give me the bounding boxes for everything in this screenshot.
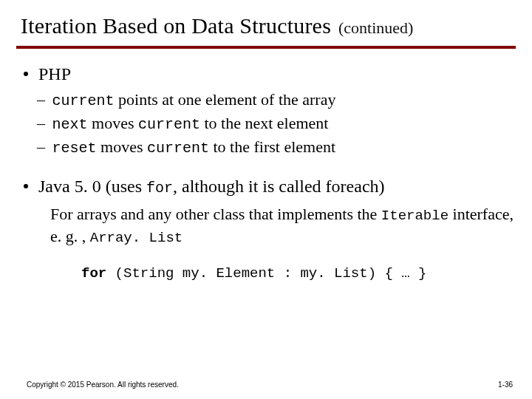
slide-content: PHP – current points at one element of t… (16, 62, 516, 284)
slide-footer: Copyright © 2015 Pearson. All rights res… (27, 381, 513, 389)
java-description: For arrays and any other class that impl… (50, 203, 516, 248)
java-desc1: For arrays and any other class that impl… (50, 205, 381, 223)
php-item-1-text1: moves (88, 114, 138, 132)
dash: – (37, 137, 50, 156)
page-number: 1-36 (498, 381, 513, 389)
code-for: for (146, 180, 173, 197)
java-heading: Java 5. 0 (uses for, although it is call… (38, 174, 385, 198)
java-code-example: for (String my. Element : my. List) { … … (81, 265, 516, 284)
code-next: next (52, 116, 88, 133)
title-row: Iteration Based on Data Structures (cont… (16, 13, 516, 38)
title-divider (16, 46, 516, 49)
java-lead: Java 5. 0 (uses (38, 177, 146, 196)
php-item-2: – reset moves current to the first eleme… (37, 136, 516, 158)
code-keyword-for: for (81, 265, 106, 282)
code-reset: reset (52, 140, 97, 157)
code-current-2: current (138, 116, 200, 133)
php-item-2-text1: moves (97, 137, 147, 156)
php-item-0: – current points at one element of the a… (37, 89, 516, 111)
code-arraylist: Array. List (90, 230, 183, 246)
php-sublist: – current points at one element of the a… (37, 89, 516, 158)
php-item-2-text2: to the first element (209, 137, 335, 156)
code-current-3: current (147, 140, 209, 157)
php-heading: PHP (38, 62, 71, 86)
php-item-1-text2: to the next element (200, 114, 329, 132)
php-item-1: – next moves current to the next element (37, 112, 516, 134)
dash: – (37, 90, 50, 109)
dash: – (37, 114, 50, 132)
code-rest: (String my. Element : my. List) { … } (106, 265, 426, 282)
slide-title: Iteration Based on Data Structures (21, 13, 331, 38)
java-tail: , although it is called foreach) (173, 177, 385, 196)
code-current: current (52, 92, 115, 109)
bullet-php: PHP (24, 62, 516, 86)
bullet-dot-icon (24, 72, 28, 76)
slide-subtitle: (continued) (338, 18, 413, 38)
code-iterable: Iterable (381, 208, 449, 224)
php-item-0-text: points at one element of the array (115, 90, 336, 109)
copyright-text: Copyright © 2015 Pearson. All rights res… (27, 381, 179, 389)
bullet-dot-icon (24, 184, 28, 188)
bullet-java: Java 5. 0 (uses for, although it is call… (24, 174, 516, 198)
